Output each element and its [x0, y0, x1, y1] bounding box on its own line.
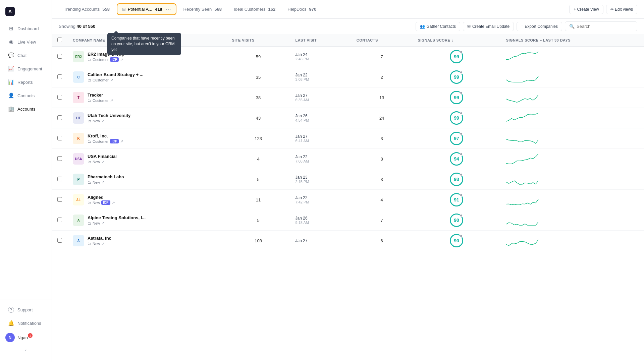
- row-checkbox-utah-tech[interactable]: [57, 115, 62, 120]
- sidebar: A ⊞ Dashboard ◉ Live View 💬 Chat 📈 Engag…: [0, 0, 52, 362]
- company-name-astrata[interactable]: Astrata, Inc: [88, 236, 111, 241]
- user-row[interactable]: N Ngan 1: [0, 330, 52, 345]
- search-input[interactable]: [577, 24, 633, 29]
- sidebar-label-support: Support: [17, 307, 33, 312]
- gather-contacts-icon: 👥: [420, 24, 425, 29]
- row-checkbox-caliber[interactable]: [57, 74, 62, 79]
- avatar: N: [5, 333, 15, 342]
- create-view-button[interactable]: + Create View: [569, 5, 603, 14]
- external-link-pharmatech[interactable]: ↗: [101, 180, 105, 185]
- score-circle-caliber: 99: [450, 70, 463, 84]
- score-circle-astrata: 90: [450, 234, 463, 247]
- score-circle-alpine: 90: [450, 214, 463, 227]
- tab-options-dots[interactable]: ⋯: [166, 6, 171, 12]
- contacts-cell-aligned: 4: [351, 190, 413, 210]
- company-sub-usa-financial: 🗂 New ↗: [88, 160, 117, 164]
- tab-recently-seen[interactable]: Recently Seen 568: [178, 4, 227, 14]
- company-logo-astrata: A: [73, 235, 84, 246]
- tab-count-trending: 558: [102, 7, 110, 12]
- crm-icon-caliber: 🗂: [88, 78, 91, 82]
- sidebar-item-reports[interactable]: 📊 Reports: [3, 76, 49, 88]
- external-link-utah-tech[interactable]: ↗: [101, 119, 105, 123]
- row-checkbox-tracker[interactable]: [57, 95, 62, 100]
- sidebar-item-chat[interactable]: 💬 Chat: [3, 49, 49, 62]
- tooltip-text: Companies that have recently been on you…: [111, 36, 175, 52]
- external-link-alpine[interactable]: ↗: [101, 221, 105, 226]
- company-label-alpine: New: [93, 221, 100, 225]
- company-name-alpine[interactable]: Alpine Testing Solutions, I...: [88, 215, 146, 220]
- contacts-cell-er2: 7: [351, 47, 413, 67]
- tab-count-recently-seen: 568: [214, 7, 222, 12]
- row-checkbox-kroff[interactable]: [57, 136, 62, 140]
- sidebar-item-live-view[interactable]: ◉ Live View: [3, 36, 49, 48]
- sidebar-item-contacts[interactable]: 👤 Contacts: [3, 89, 49, 102]
- create-email-update-button[interactable]: ✉ Create Email Update: [463, 22, 514, 31]
- table-row: UT Utah Tech University 🗂 New ↗ 43 Jan 2…: [52, 108, 644, 128]
- grid-icon: ⊞: [122, 7, 126, 12]
- company-name-tracker[interactable]: Tracker: [88, 93, 113, 98]
- company-name-usa-financial[interactable]: USA Financial: [88, 154, 117, 159]
- sidebar-item-dashboard[interactable]: ⊞ Dashboard: [3, 22, 49, 35]
- search-box[interactable]: 🔍: [565, 21, 637, 31]
- company-label-utah-tech: New: [93, 119, 100, 123]
- sidebar-item-engagement[interactable]: 📈 Engagement: [3, 62, 49, 75]
- mini-chart-utah-tech: [506, 111, 639, 125]
- external-link-usa-financial[interactable]: ↗: [101, 160, 105, 164]
- company-label-pharmatech: New: [93, 180, 100, 184]
- mini-chart-tracker: [506, 91, 639, 104]
- row-checkbox-pharmatech[interactable]: [57, 177, 62, 181]
- visit-time-pharmatech: 2:15 PM: [296, 180, 346, 184]
- tab-potential[interactable]: ⊞ Potential A... 418 ⋯: [117, 3, 176, 15]
- tab-helpdocs[interactable]: HelpDocs 970: [282, 4, 321, 14]
- visit-time-caliber: 3:08 PM: [296, 77, 346, 81]
- sidebar-item-notifications[interactable]: 🔔 Notifications: [3, 317, 49, 329]
- tab-trending-accounts[interactable]: Trending Accounts 558: [59, 4, 115, 14]
- row-checkbox-alpine[interactable]: [57, 218, 62, 222]
- company-cell-kroff: K Kroff, Inc. 🗂 Customer ICP ↗: [67, 128, 227, 149]
- external-link-caliber[interactable]: ↗: [110, 78, 113, 82]
- company-cell-astrata: A Astrata, Inc 🗂 New ↗: [67, 231, 227, 251]
- external-link-tracker[interactable]: ↗: [110, 98, 113, 103]
- company-sub-astrata: 🗂 New ↗: [88, 241, 111, 246]
- dashboard-icon: ⊞: [8, 25, 14, 32]
- sidebar-label-contacts: Contacts: [17, 93, 35, 98]
- gather-contacts-button[interactable]: 👥 Gather Contacts: [416, 22, 460, 31]
- mini-chart-pharmatech: [506, 173, 639, 186]
- score-cell-alpine: 90: [412, 210, 500, 231]
- visit-date-kroff: Jan 27: [296, 134, 346, 139]
- row-checkbox-er2[interactable]: [57, 54, 62, 59]
- export-companies-button[interactable]: ↑ Export Companies: [517, 22, 562, 31]
- mini-chart-aligned: [506, 193, 639, 206]
- row-checkbox-cell: [52, 108, 67, 128]
- company-name-caliber[interactable]: Caliber Brand Strategy + ...: [88, 72, 144, 77]
- sidebar-item-accounts[interactable]: 🏢 Accounts: [3, 103, 49, 115]
- company-label-caliber: Customer: [93, 78, 109, 82]
- tab-label-helpdocs: HelpDocs: [287, 7, 306, 12]
- export-label: Export Companies: [525, 24, 558, 29]
- chart-cell-utah-tech: [501, 108, 644, 128]
- edit-views-label: ✏ Edit views: [610, 7, 633, 12]
- company-name-aligned[interactable]: Aligned: [88, 195, 115, 200]
- external-link-aligned[interactable]: ↗: [112, 200, 115, 205]
- company-tag-er2: ICP: [110, 57, 119, 62]
- tab-ideal-customers[interactable]: Ideal Customers 162: [229, 4, 280, 14]
- company-name-utah-tech[interactable]: Utah Tech University: [88, 113, 130, 118]
- row-checkbox-usa-financial[interactable]: [57, 156, 62, 161]
- score-cell-usa-financial: 94: [412, 149, 500, 169]
- tab-label-trending: Trending Accounts: [64, 7, 100, 12]
- edit-views-button[interactable]: ✏ Edit views: [606, 5, 637, 14]
- company-name-pharmatech[interactable]: Pharmatech Labs: [88, 174, 124, 179]
- row-checkbox-astrata[interactable]: [57, 238, 62, 243]
- collapse-sidebar-button[interactable]: ‹: [0, 345, 52, 355]
- engagement-icon: 📈: [8, 66, 14, 72]
- create-view-label: + Create View: [574, 7, 599, 12]
- external-link-astrata[interactable]: ↗: [101, 241, 105, 246]
- chart-cell-pharmatech: [501, 169, 644, 190]
- select-all-checkbox[interactable]: [57, 38, 62, 42]
- row-checkbox-aligned[interactable]: [57, 197, 62, 202]
- sidebar-item-support[interactable]: ? Support: [3, 303, 49, 316]
- company-name-kroff[interactable]: Kroff, Inc.: [88, 133, 123, 138]
- external-link-er2[interactable]: ↗: [120, 57, 123, 62]
- external-link-kroff[interactable]: ↗: [120, 139, 123, 144]
- tab-label-potential: Potential A...: [128, 7, 152, 12]
